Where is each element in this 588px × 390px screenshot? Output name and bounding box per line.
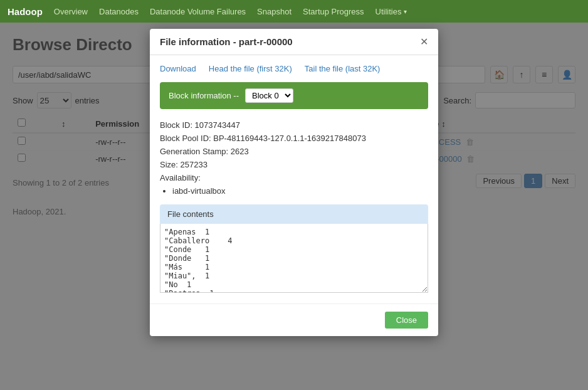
- file-contents-section: File contents: [160, 204, 428, 295]
- nav-overview[interactable]: Overview: [54, 7, 88, 16]
- file-contents-textarea[interactable]: [160, 224, 428, 293]
- block-id: Block ID: 1073743447: [160, 120, 428, 130]
- block-info-panel: Block information -- Block 0: [160, 82, 428, 109]
- block-select[interactable]: Block 0: [245, 88, 293, 103]
- file-info-modal: File information - part-r-00000 ✕ Downlo…: [150, 29, 438, 336]
- close-modal-button[interactable]: Close: [385, 312, 428, 329]
- modal-backdrop: File information - part-r-00000 ✕ Downlo…: [0, 23, 588, 390]
- block-pool-id: Block Pool ID: BP-481169443-127.0.1.1-16…: [160, 134, 428, 143]
- block-info-label: Block information --: [169, 91, 239, 100]
- modal-title: File information - part-r-00000: [160, 36, 293, 47]
- page-background: Browse Directo 🏠 ↑ ≡ 👤 Show 25 entries S…: [0, 23, 588, 390]
- nav-startup-progress[interactable]: Startup Progress: [303, 7, 364, 16]
- app-brand: Hadoop: [8, 6, 43, 17]
- modal-close-button[interactable]: ✕: [420, 37, 428, 47]
- availability-label: Availability:: [160, 173, 428, 182]
- nav-utilities[interactable]: Utilities: [375, 7, 407, 16]
- availability-host: iabd-virtualbox: [172, 186, 428, 196]
- modal-header: File information - part-r-00000 ✕: [150, 29, 438, 55]
- nav-snapshot[interactable]: Snapshot: [257, 7, 291, 16]
- block-size: Size: 257233: [160, 160, 428, 169]
- tail-link[interactable]: Tail the file (last 32K): [305, 64, 381, 73]
- head-link[interactable]: Head the file (first 32K): [209, 64, 292, 73]
- modal-links: Download Head the file (first 32K) Tail …: [160, 64, 428, 73]
- generation-stamp: Generation Stamp: 2623: [160, 147, 428, 156]
- nav-volume-failures[interactable]: Datanode Volume Failures: [150, 7, 246, 16]
- modal-body: Download Head the file (first 32K) Tail …: [150, 55, 438, 303]
- modal-footer: Close: [150, 303, 438, 336]
- file-contents-label: File contents: [160, 204, 428, 224]
- nav-datanodes[interactable]: Datanodes: [99, 7, 139, 16]
- navbar: Hadoop Overview Datanodes Datanode Volum…: [0, 0, 588, 23]
- download-link[interactable]: Download: [160, 64, 196, 73]
- block-details: Block ID: 1073743447 Block Pool ID: BP-4…: [160, 118, 428, 204]
